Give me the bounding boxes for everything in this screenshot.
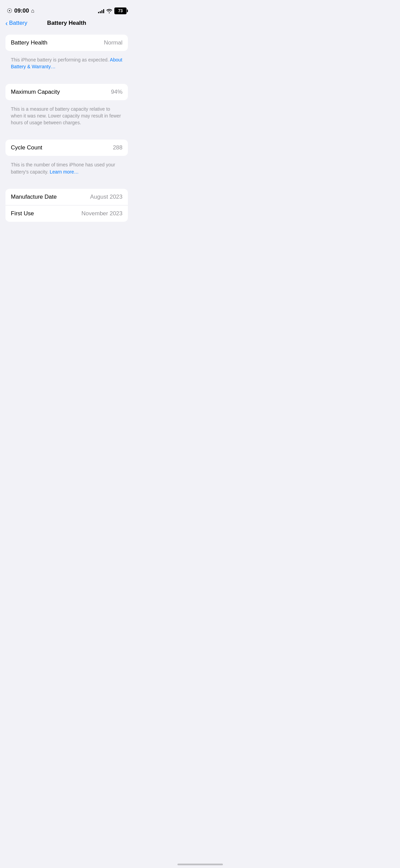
maximum-capacity-label: Maximum Capacity (11, 89, 60, 95)
battery-health-card: Battery Health Normal (5, 35, 128, 51)
battery-health-description: This iPhone battery is performing as exp… (5, 54, 128, 76)
home-status-icon: ⌂ (31, 8, 34, 14)
status-time: 09:00 (14, 7, 29, 14)
first-use-row: First Use November 2023 (5, 205, 128, 222)
battery-percent: 73 (118, 8, 122, 13)
back-button[interactable]: ‹ Battery (5, 20, 27, 26)
maximum-capacity-value: 94% (111, 89, 122, 95)
maximum-capacity-description: This is a measure of battery capacity re… (5, 103, 128, 132)
content: Battery Health Normal This iPhone batter… (0, 29, 133, 246)
battery-health-section: Battery Health Normal This iPhone batter… (5, 35, 128, 76)
back-label: Battery (9, 20, 27, 26)
maximum-capacity-section: Maximum Capacity 94% This is a measure o… (5, 84, 128, 132)
status-left: ☉ 09:00 ⌂ (7, 7, 34, 15)
manufacture-date-value: August 2023 (90, 194, 122, 200)
cycle-count-label: Cycle Count (11, 144, 42, 151)
cycle-count-section: Cycle Count 288 This is the number of ti… (5, 140, 128, 181)
learn-more-link[interactable]: Learn more… (50, 169, 79, 175)
max-capacity-desc-text: This is a measure of battery capacity re… (11, 106, 121, 126)
dates-section: Manufacture Date August 2023 First Use N… (5, 189, 128, 224)
page-title: Battery Health (47, 20, 86, 26)
manufacture-date-row: Manufacture Date August 2023 (5, 189, 128, 205)
signal-bar-1 (98, 12, 99, 13)
battery-health-label: Battery Health (11, 39, 47, 46)
cycle-count-row: Cycle Count 288 (5, 140, 128, 156)
signal-bar-4 (103, 9, 104, 13)
status-bar: ☉ 09:00 ⌂ 73 (0, 0, 133, 17)
battery-health-row: Battery Health Normal (5, 35, 128, 51)
battery-indicator: 73 (114, 7, 127, 14)
accessibility-icon: ☉ (7, 7, 12, 15)
cycle-count-value: 288 (113, 144, 122, 151)
back-chevron-icon: ‹ (5, 20, 8, 26)
battery-health-desc-text: This iPhone battery is performing as exp… (11, 57, 109, 62)
maximum-capacity-row: Maximum Capacity 94% (5, 84, 128, 100)
maximum-capacity-card: Maximum Capacity 94% (5, 84, 128, 100)
signal-bar-3 (101, 10, 102, 13)
battery-health-value: Normal (104, 39, 122, 46)
manufacture-date-label: Manufacture Date (11, 194, 57, 200)
nav-bar: ‹ Battery Battery Health (0, 17, 133, 29)
signal-bars (98, 8, 104, 13)
wifi-icon (106, 8, 112, 13)
dates-card: Manufacture Date August 2023 First Use N… (5, 189, 128, 222)
first-use-value: November 2023 (81, 210, 122, 217)
first-use-label: First Use (11, 210, 34, 217)
signal-bar-2 (100, 11, 101, 13)
cycle-count-card: Cycle Count 288 (5, 140, 128, 156)
status-right: 73 (98, 7, 127, 14)
cycle-count-description: This is the number of times iPhone has u… (5, 159, 128, 181)
